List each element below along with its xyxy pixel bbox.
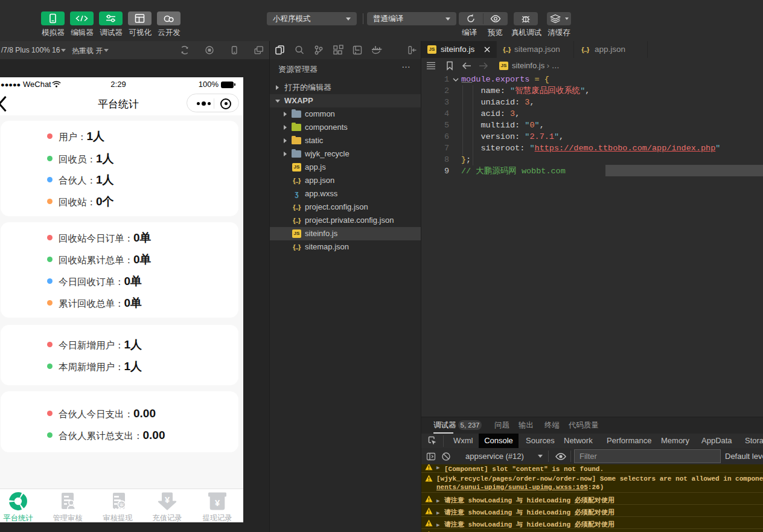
svg-text:¥: ¥ [215,498,220,508]
svg-text:审: 审 [120,502,124,508]
svg-text:¥: ¥ [165,495,170,505]
